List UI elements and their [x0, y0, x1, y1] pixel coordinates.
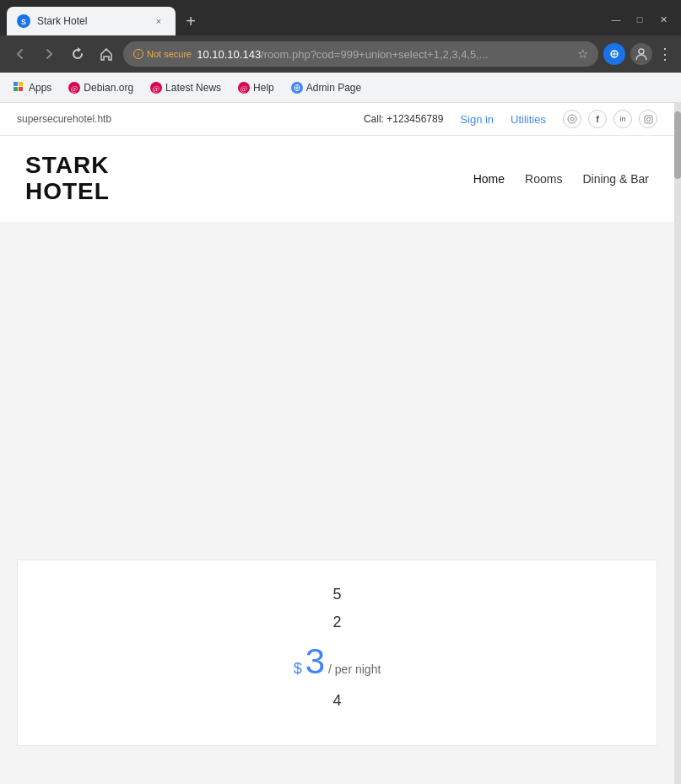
- room-number-2: 2: [332, 614, 341, 631]
- address-url: 10.10.10.143/room.php?cod=999+union+sele…: [197, 48, 572, 61]
- price-row: $ 3 / per night: [294, 641, 381, 682]
- website-content: supersecurehotel.htb Call: +123456789 Si…: [0, 103, 674, 784]
- scrollbar-thumb[interactable]: [674, 111, 681, 179]
- bookmark-adminpage[interactable]: Admin Page: [284, 78, 368, 97]
- debian-icon: @: [68, 82, 80, 94]
- site-domain: supersecurehotel.htb: [17, 113, 111, 125]
- price-dollar: $: [294, 660, 302, 678]
- svg-point-26: [650, 116, 651, 117]
- new-tab-button[interactable]: +: [179, 9, 203, 33]
- help-icon: @: [238, 82, 250, 94]
- svg-point-25: [646, 117, 650, 121]
- room-number-1: 5: [332, 586, 341, 603]
- hotel-name-line2: HOTEL: [25, 179, 110, 205]
- svg-rect-12: [19, 87, 23, 91]
- latestnews-icon: @: [150, 82, 162, 94]
- hero-area: [0, 222, 674, 560]
- hotel-nav: Home Rooms Dining & Bar: [473, 172, 649, 186]
- chrome-menu-button[interactable]: ⋮: [657, 45, 673, 63]
- room-number-3: 4: [332, 692, 341, 710]
- social-icon-facebook[interactable]: f: [588, 110, 607, 128]
- back-button[interactable]: [8, 42, 32, 66]
- bookmark-debian-label: Debian.org: [84, 82, 133, 94]
- svg-text:@: @: [241, 84, 247, 93]
- bookmark-apps[interactable]: Apps: [7, 78, 58, 97]
- adminpage-icon: [291, 82, 303, 94]
- social-icon-circle[interactable]: [563, 110, 581, 128]
- price-amount: 3: [305, 641, 325, 682]
- hotel-header: STARK HOTEL Home Rooms Dining & Bar: [0, 136, 674, 222]
- address-bar: i Not secure 10.10.10.143/room.php?cod=9…: [0, 35, 681, 73]
- nav-rooms[interactable]: Rooms: [525, 172, 562, 186]
- website-wrap: supersecurehotel.htb Call: +123456789 Si…: [0, 103, 681, 784]
- room-card: 5 2 $ 3 / per night 4: [17, 560, 657, 746]
- url-path: /room.php?cod=999+union+select+1,2,3,4,5…: [261, 48, 489, 61]
- minimize-button[interactable]: —: [605, 12, 627, 27]
- hotel-name-line1: STARK: [25, 153, 110, 179]
- bookmarks-bar: Apps @ Debian.org @ Latest News: [0, 73, 681, 103]
- window-controls: — □ ✕: [605, 12, 674, 30]
- top-info-bar: supersecurehotel.htb Call: +123456789 Si…: [0, 103, 674, 136]
- tab-bar: S Stark Hotel × + — □ ✕: [0, 0, 681, 35]
- security-indicator: i Not secure: [133, 49, 192, 59]
- browser-chrome: S Stark Hotel × + — □ ✕: [0, 0, 681, 103]
- reload-button[interactable]: [66, 42, 89, 66]
- svg-rect-10: [14, 87, 18, 91]
- active-tab[interactable]: S Stark Hotel ×: [7, 7, 176, 35]
- home-button[interactable]: [95, 42, 118, 66]
- bookmark-help-label: Help: [253, 82, 274, 94]
- hotel-logo: STARK HOTEL: [25, 153, 110, 205]
- tab-title: Stark Hotel: [37, 15, 145, 27]
- svg-rect-11: [19, 82, 23, 86]
- bookmark-debian[interactable]: @ Debian.org: [62, 78, 140, 97]
- social-icons: f in: [563, 110, 657, 128]
- svg-point-23: [570, 117, 574, 121]
- utilities-link[interactable]: Utilities: [511, 113, 546, 126]
- bookmark-latestnews[interactable]: @ Latest News: [143, 78, 228, 97]
- bookmark-star-icon[interactable]: ☆: [577, 46, 588, 62]
- svg-text:@: @: [153, 84, 159, 93]
- bookmark-latestnews-label: Latest News: [165, 82, 221, 94]
- svg-point-22: [568, 115, 576, 123]
- address-input[interactable]: i Not secure 10.10.10.143/room.php?cod=9…: [123, 41, 598, 67]
- nav-home[interactable]: Home: [473, 172, 505, 186]
- url-domain: 10.10.10.143: [197, 48, 261, 61]
- svg-text:i: i: [138, 51, 139, 58]
- bookmark-adminpage-label: Admin Page: [306, 82, 361, 94]
- svg-point-8: [639, 49, 644, 54]
- signin-link[interactable]: Sign in: [460, 113, 494, 126]
- chrome-vpn-icon: [603, 43, 625, 65]
- nav-dining[interactable]: Dining & Bar: [582, 172, 649, 186]
- svg-rect-24: [645, 116, 652, 123]
- svg-text:@: @: [71, 84, 78, 93]
- price-per-night: / per night: [328, 662, 381, 676]
- social-icon-instagram[interactable]: [639, 110, 657, 128]
- svg-rect-9: [14, 82, 18, 86]
- call-info: Call: +123456789: [364, 113, 443, 125]
- security-label: Not secure: [147, 49, 192, 59]
- apps-grid-icon: [14, 82, 25, 94]
- maximize-button[interactable]: □: [629, 12, 651, 27]
- bookmark-help[interactable]: @ Help: [231, 78, 281, 97]
- bookmark-apps-label: Apps: [29, 82, 51, 94]
- tab-close-button[interactable]: ×: [152, 14, 165, 28]
- close-window-button[interactable]: ✕: [652, 12, 674, 27]
- forward-button[interactable]: [37, 42, 61, 66]
- profile-button[interactable]: [630, 43, 652, 65]
- svg-text:S: S: [21, 18, 26, 26]
- scrollbar[interactable]: [674, 103, 681, 784]
- tab-favicon: S: [17, 14, 30, 28]
- social-icon-linkedin[interactable]: in: [613, 110, 632, 128]
